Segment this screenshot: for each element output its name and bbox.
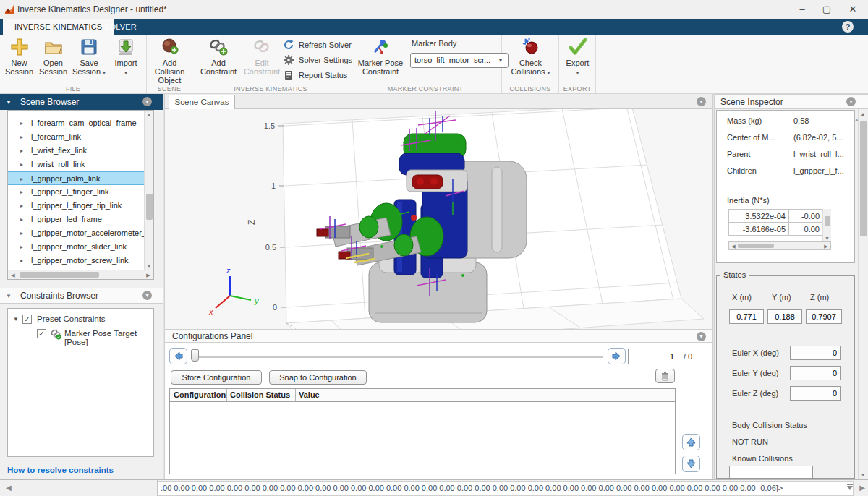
right-splitter[interactable] (712, 94, 715, 479)
inertia-cell[interactable]: -3.6166e-05 (728, 222, 789, 236)
y-position-input[interactable] (767, 309, 802, 324)
configurations-menu-icon[interactable]: ▾ (697, 332, 706, 341)
canvas-tab-bar: Scene Canvas ▾ (165, 94, 712, 109)
inertia-cell[interactable]: 3.5322e-04 (728, 209, 789, 223)
marker-body-label: Marker Body (412, 39, 456, 48)
previous-configuration-button[interactable] (169, 348, 187, 364)
check-collisions-button[interactable]: Check Collisions ▾ (511, 38, 550, 77)
scene-canvas[interactable]: 1.5 1 0.5 0 Z (165, 109, 712, 329)
scene-browser-header[interactable]: ▼ Scene Browser ▾ (0, 94, 163, 110)
z-position-input[interactable] (806, 309, 842, 324)
tree-item[interactable]: ▸l_forearm_cam_optical_frame (8, 116, 153, 130)
canvas-menu-icon[interactable]: ▾ (697, 97, 706, 106)
delete-configuration-button[interactable] (655, 369, 675, 383)
inertia-cell[interactable]: 0.00 (788, 222, 823, 236)
inertia-label: Inertia (N*s) (727, 196, 770, 205)
tree-item[interactable]: ▸l_wrist_roll_link (8, 158, 153, 171)
marker-pose-target-checkbox[interactable]: ✓ (37, 329, 46, 338)
tree-item-selected[interactable]: ▸l_gripper_palm_link (8, 171, 153, 185)
move-configuration-down-button[interactable] (682, 456, 700, 472)
euler-y-input[interactable] (790, 366, 841, 380)
body-collision-status-value: NOT RUN (732, 437, 768, 446)
tree-item[interactable]: ▸l_forearm_link (8, 130, 153, 144)
import-button[interactable]: Import ▾ (109, 38, 142, 77)
next-configuration-button[interactable] (608, 348, 626, 364)
euler-x-input[interactable] (790, 346, 841, 360)
restore-pane-icon[interactable] (847, 486, 853, 490)
property-value: l_gripper_l_f... (793, 166, 844, 175)
marker-body-dropdown[interactable]: torso_lift_motor_scr... ▾ (410, 53, 509, 68)
tree-item[interactable]: ▸l_gripper_l_finger_link (8, 185, 153, 199)
refresh-solver-button[interactable]: Refresh Solver (284, 40, 352, 54)
save-dropdown-icon: ▾ (103, 69, 106, 76)
help-icon[interactable]: ? (842, 21, 854, 33)
tree-item[interactable]: ▸l_gripper_l_finger_tip_link (8, 199, 153, 213)
column-value[interactable]: Value (299, 390, 320, 399)
tree-item[interactable]: ▸l_wrist_flex_link (8, 144, 153, 158)
title-bar: Inverse Kinematics Designer - untitled* … (0, 0, 868, 19)
close-button[interactable]: ✕ (841, 1, 865, 17)
euler-x-label: Euler X (deg) (732, 349, 779, 357)
minimize-button[interactable]: – (790, 1, 814, 17)
x-position-input[interactable] (729, 309, 764, 324)
scene-browser-menu-icon[interactable]: ▾ (142, 97, 152, 106)
collapse-panel-icon[interactable]: ▼ (6, 293, 12, 299)
left-arrow-icon (174, 351, 183, 361)
inertia-cell[interactable]: -0.00 (788, 209, 823, 223)
known-collisions-box[interactable] (729, 466, 813, 479)
collapse-panel-icon[interactable]: ▼ (6, 99, 12, 106)
configuration-slider[interactable] (194, 356, 603, 358)
property-value: (6.82e-02, 5... (793, 133, 843, 142)
column-collision-status[interactable]: Collision Status (230, 390, 290, 399)
collapse-left-pane-control[interactable]: ◀ (0, 480, 158, 496)
collapse-right-pane-control[interactable]: ▶ (859, 480, 865, 496)
property-value: 0.58 (793, 116, 809, 125)
scene-inspector-header[interactable]: Scene Inspector ▾ (715, 94, 868, 109)
inspector-vertical-scrollbar[interactable]: ▲ ▼ (858, 109, 867, 479)
tab-scene-canvas[interactable]: Scene Canvas (169, 95, 235, 109)
configuration-slider-thumb[interactable] (191, 349, 199, 362)
report-status-button[interactable]: Report Status (284, 70, 347, 85)
maximize-button[interactable]: ▢ (814, 1, 839, 17)
tree-vertical-scrollbar[interactable]: ▲ ▼ (144, 111, 153, 270)
solver-settings-button[interactable]: Solver Settings (284, 55, 352, 69)
move-configuration-up-button[interactable] (682, 434, 700, 450)
tree-item[interactable]: ▸l_gripper_led_frame (8, 213, 153, 226)
tree-item[interactable]: ▸l_gripper_motor_slider_link (8, 240, 153, 254)
configurations-panel-header[interactable]: Configurations Panel ▾ (165, 329, 712, 343)
configuration-index-input[interactable] (628, 349, 678, 364)
snap-to-configuration-button[interactable]: Snap to Configuration (269, 370, 367, 385)
tree-item[interactable]: ▸l_gripper_motor_accelerometer_l (8, 226, 153, 240)
toolbar-group-file: New Session Open Session Save Session ▾ (0, 35, 147, 93)
tree-horizontal-scrollbar[interactable]: ◀ ▶ (7, 270, 154, 280)
configurations-table-body[interactable] (169, 402, 676, 474)
marker-pose-target-row[interactable]: ✓ Marker Pose Target [Pose] (8, 328, 153, 343)
ribbon-tab-bar: INVERSE KINEMATICS SOLVER (0, 19, 868, 35)
how-to-resolve-constraints-link[interactable]: How to resolve constraints (7, 466, 114, 474)
constraints-browser-menu-icon[interactable]: ▾ (142, 291, 152, 300)
new-session-button[interactable]: New Session (2, 38, 36, 76)
preset-constraints-row[interactable]: ▼ ✓ Preset Constraints (8, 314, 153, 328)
inertia-vertical-scrollbar[interactable]: ▼ (822, 209, 831, 241)
scene-browser-tree: ▸l_forearm_cam_optical_frame ▸l_forearm_… (7, 110, 154, 270)
right-arrow-icon (612, 351, 621, 361)
add-collision-object-button[interactable]: Add Collision Object (150, 38, 190, 85)
tab-solver[interactable]: SOLVER (93, 19, 148, 35)
export-button[interactable]: Export ▾ (561, 38, 594, 77)
tree-item[interactable]: ▸l_gripper_motor_screw_link (8, 254, 153, 268)
scene-browser-title: Scene Browser (20, 97, 79, 107)
property-label: Mass (kg) (727, 116, 762, 125)
tree-collapse-icon[interactable]: ▼ (13, 316, 19, 322)
save-session-button[interactable]: Save Session ▾ (70, 38, 108, 77)
scene-inspector-menu-icon[interactable]: ▾ (846, 97, 856, 106)
column-configuration[interactable]: Configuration (174, 390, 226, 399)
add-constraint-button[interactable]: Add Constraint (198, 38, 239, 76)
inertia-horizontal-scrollbar[interactable]: ◀ ▶ (728, 241, 831, 250)
euler-z-input[interactable] (790, 386, 841, 401)
open-session-button[interactable]: Open Session (36, 38, 70, 76)
marker-pose-constraint-button[interactable]: Marker Pose Constraint (355, 38, 406, 76)
constraints-browser-header[interactable]: ▼ Constraints Browser ▾ (0, 288, 163, 304)
preset-constraints-checkbox[interactable]: ✓ (22, 315, 32, 324)
store-configuration-button[interactable]: Store Configuration (171, 370, 262, 385)
marker-pose-constraint-icon (370, 38, 391, 56)
